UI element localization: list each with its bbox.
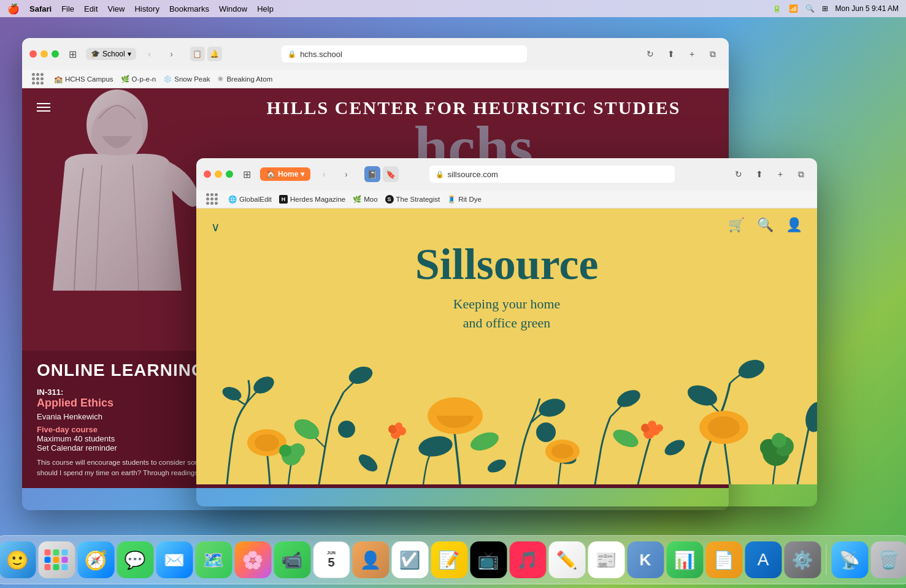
bookmark-icon-open: 🌿 [121, 75, 129, 83]
menubar-left: 🍎 Safari File Edit View History Bookmark… [7, 3, 274, 15]
dock-icon-music[interactable]: 🎵 [509, 541, 546, 578]
svg-point-6 [347, 364, 375, 387]
bookmarks-bar-sillsource: 🌐 GlobalEdit H Herdes Magazine 🌿 Moo S T… [196, 190, 817, 208]
cart-icon[interactable]: 🛒 [728, 217, 745, 233]
chevron-down-icon-sillsource: ▾ [301, 170, 304, 178]
dock-icon-appstore[interactable]: A [745, 541, 781, 578]
tab-overview-button-sillsource[interactable]: ⧉ [793, 166, 810, 183]
close-button-hchs[interactable] [29, 50, 37, 58]
new-tab-button-hchs[interactable]: + [683, 45, 701, 63]
bookmark-moo[interactable]: 🌿 Moo [353, 195, 377, 204]
dock-icon-reminders[interactable]: ☑️ [391, 541, 428, 578]
search-icon[interactable]: 🔍 [805, 4, 815, 13]
bookmarks-bar-hchs: 🏫 HCHS Campus 🌿 O-p-e-n ❄️ Snow Peak ⚛ B… [22, 70, 729, 88]
toolbar-actions-hchs: ↻ ⬆ + ⧉ [642, 45, 721, 63]
menu-bookmarks[interactable]: Bookmarks [169, 4, 209, 13]
dock-icon-launchpad[interactable] [38, 541, 75, 578]
dock-icon-safari[interactable]: 🧭 [77, 541, 114, 578]
menu-view[interactable]: View [108, 4, 125, 13]
dock-icon-calendar[interactable]: JUN 5 [313, 541, 350, 578]
bookmark-strategist[interactable]: S The Strategist [385, 195, 440, 204]
tab-group-sillsource[interactable]: 🏠 Home ▾ [260, 167, 310, 181]
app-name[interactable]: Safari [29, 4, 52, 13]
back-button-sillsource[interactable]: ‹ [315, 166, 332, 183]
extension-bookmark-sillsource[interactable]: 🔖 [383, 166, 399, 182]
maximize-button-hchs[interactable] [52, 50, 59, 58]
grid-icon-sillsource[interactable] [206, 193, 218, 205]
titlebar-sillsource: ⊞ 🏠 Home ▾ ‹ › 📓 🔖 🔒 sillsource.com ↻ ⬆ … [196, 158, 817, 190]
search-icon-sillsource[interactable]: 🔍 [757, 217, 774, 233]
bookmark-hchs-campus[interactable]: 🏫 HCHS Campus [54, 75, 113, 83]
share-button-hchs[interactable]: ⬆ [662, 45, 680, 63]
url-bar-sillsource[interactable]: 🔒 sillsource.com [429, 166, 675, 183]
dock-icon-mail[interactable]: ✉️ [156, 541, 193, 578]
bookmark-snow-peak[interactable]: ❄️ Snow Peak [163, 75, 210, 83]
bookmark-globaledit[interactable]: 🌐 GlobalEdit [228, 195, 272, 204]
dock-icon-numbers[interactable]: 📊 [666, 541, 703, 578]
dock-icon-photos[interactable]: 🌸 [234, 541, 271, 578]
share-button-sillsource[interactable]: ⬆ [751, 166, 768, 183]
dock-icon-finder[interactable]: 🙂 [0, 541, 36, 578]
svg-point-42 [610, 426, 641, 451]
back-button-hchs[interactable]: ‹ [141, 45, 158, 63]
reload-button-sillsource[interactable]: ↻ [730, 166, 747, 183]
dock-icon-airdrop[interactable]: 📡 [831, 541, 868, 578]
dock-icon-system-preferences[interactable]: ⚙️ [784, 541, 821, 578]
extension-notebook-sillsource[interactable]: 📓 [364, 166, 380, 182]
tab-overview-button-hchs[interactable]: ⧉ [704, 45, 721, 63]
chevron-down-icon-hchs: ▾ [128, 50, 131, 58]
wifi-icon: 📶 [789, 4, 798, 13]
close-button-sillsource[interactable] [204, 170, 211, 178]
svg-point-5 [255, 434, 279, 451]
apple-menu-icon[interactable]: 🍎 [7, 3, 20, 15]
account-icon[interactable]: 👤 [786, 217, 802, 233]
menu-history[interactable]: History [134, 4, 159, 13]
svg-point-18 [417, 433, 455, 459]
dock-icon-keynote[interactable]: K [627, 541, 664, 578]
lock-icon-hchs: 🔒 [288, 50, 296, 58]
extension-2-hchs[interactable]: 🔔 [207, 47, 222, 61]
dock-icon-trash[interactable]: 🗑️ [870, 541, 906, 578]
dock-icon-notes[interactable]: 📝 [431, 541, 467, 578]
forward-button-hchs[interactable]: › [163, 45, 180, 63]
dock-icon-contacts[interactable]: 👤 [352, 541, 389, 578]
menu-window[interactable]: Window [219, 4, 247, 13]
minimize-button-sillsource[interactable] [215, 170, 222, 178]
maximize-button-sillsource[interactable] [226, 170, 233, 178]
dock-icon-messages[interactable]: 💬 [117, 541, 153, 578]
dock-icon-freeform[interactable]: ✏️ [548, 541, 585, 578]
minimize-button-hchs[interactable] [40, 50, 48, 58]
svg-point-24 [656, 424, 663, 432]
sidebar-toggle-hchs[interactable]: ⊞ [64, 45, 81, 63]
dock-icon-facetime[interactable]: 📹 [274, 541, 310, 578]
dock: 🙂 🧭 💬 ✉️ 🗺️ 🌸 📹 JUN 5 [0, 535, 906, 584]
sidebar-toggle-sillsource[interactable]: ⊞ [238, 166, 255, 183]
svg-point-43 [802, 400, 817, 435]
dock-icon-tv[interactable]: 📺 [470, 541, 507, 578]
nav-chevron-sillsource[interactable]: ∨ [211, 220, 220, 234]
reload-button-hchs[interactable]: ↻ [642, 45, 659, 63]
svg-point-40 [551, 444, 574, 459]
tab-group-hchs[interactable]: 🎓 School ▾ [86, 48, 136, 60]
tab-group-icon-hchs: 🎓 [91, 50, 100, 58]
nav-icons-sillsource: 🛒 🔍 👤 [728, 217, 802, 233]
menu-file[interactable]: File [61, 4, 74, 13]
bookmark-herdes[interactable]: H Herdes Magazine [279, 195, 345, 204]
forward-button-sillsource[interactable]: › [337, 166, 355, 183]
menu-help[interactable]: Help [257, 4, 274, 13]
dock-icon-maps[interactable]: 🗺️ [195, 541, 232, 578]
extension-1-hchs[interactable]: 📋 [190, 47, 205, 61]
traffic-lights-sillsource [204, 170, 233, 178]
url-bar-hchs[interactable]: 🔒 hchs.school [282, 45, 527, 63]
menu-edit[interactable]: Edit [84, 4, 98, 13]
control-center-icon[interactable]: ⊞ [822, 4, 828, 13]
bookmark-breaking-atom[interactable]: ⚛ Breaking Atom [217, 75, 272, 83]
bookmark-open[interactable]: 🌿 O-p-e-n [121, 75, 156, 83]
bookmark-ritdye[interactable]: 🧵 Rit Dye [447, 195, 482, 204]
hamburger-menu-hchs[interactable] [37, 101, 50, 114]
dock-icon-news[interactable]: 📰 [588, 541, 624, 578]
new-tab-button-sillsource[interactable]: + [772, 166, 789, 183]
grid-icon-hchs[interactable] [32, 73, 44, 85]
dock-icon-pages[interactable]: 📄 [705, 541, 742, 578]
bookmark-icon-breaking-atom: ⚛ [217, 75, 224, 83]
